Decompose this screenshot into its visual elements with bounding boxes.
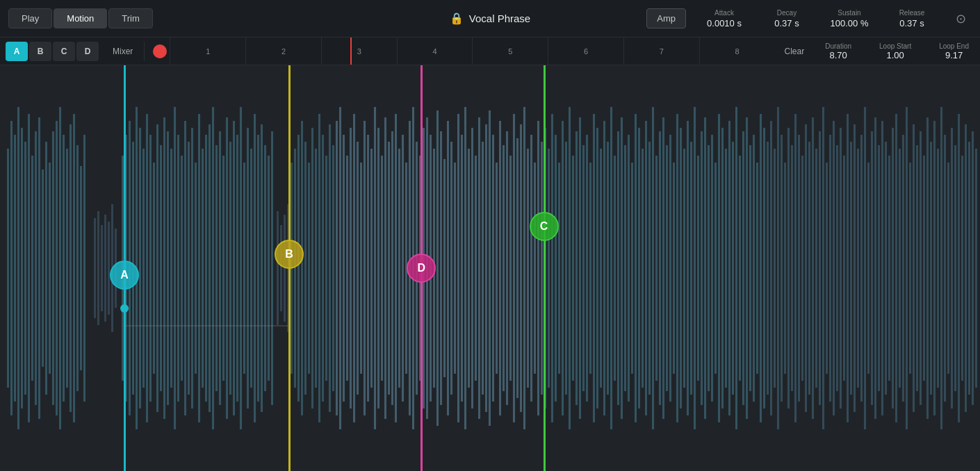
svg-rect-163: [579, 117, 581, 419]
svg-rect-276: [972, 131, 974, 405]
svg-rect-29: [108, 222, 110, 315]
svg-rect-175: [621, 117, 623, 419]
svg-rect-259: [913, 124, 915, 412]
scene-tabs: A B C D: [6, 42, 104, 61]
marker-d[interactable]: D: [407, 254, 436, 283]
svg-rect-89: [322, 135, 324, 402]
scene-tab-c[interactable]: C: [53, 42, 75, 61]
svg-rect-139: [496, 163, 498, 374]
loop-start-label: Loop Start: [879, 42, 911, 50]
svg-rect-42: [156, 124, 158, 412]
svg-rect-44: [163, 117, 165, 419]
svg-rect-77: [280, 225, 282, 311]
svg-rect-270: [951, 128, 953, 408]
sustain-param: Sustain 100.00 %: [825, 9, 874, 28]
marker-b[interactable]: B: [275, 240, 304, 269]
svg-rect-15: [52, 131, 54, 405]
scene-tab-d[interactable]: D: [76, 42, 99, 61]
attack-label: Attack: [714, 9, 734, 17]
svg-rect-158: [562, 121, 564, 415]
svg-rect-134: [478, 117, 480, 419]
loop-end-value[interactable]: 9.17: [945, 50, 963, 60]
svg-rect-28: [104, 215, 106, 322]
ruler-tick-8: 8: [699, 38, 775, 65]
svg-rect-242: [854, 124, 856, 412]
svg-rect-144: [513, 114, 515, 422]
svg-rect-237: [836, 145, 838, 391]
trim-button[interactable]: Trim: [108, 8, 153, 28]
svg-rect-16: [56, 121, 58, 415]
duration-label: Duration: [825, 42, 851, 50]
decay-param: Decay 0.37 s: [762, 9, 811, 28]
svg-rect-100: [360, 163, 362, 374]
svg-rect-186: [659, 131, 661, 405]
svg-rect-137: [489, 110, 491, 426]
svg-rect-124: [443, 159, 446, 377]
loop-end-group: Loop End 9.17: [939, 42, 969, 60]
play-button[interactable]: Play: [8, 8, 52, 28]
mixer-button[interactable]: Mixer: [104, 43, 141, 60]
lock-icon: 🔒: [450, 12, 464, 25]
svg-rect-167: [593, 114, 595, 422]
svg-rect-138: [492, 135, 494, 402]
svg-rect-251: [885, 142, 887, 395]
svg-rect-260: [916, 145, 918, 391]
ruler-tick-2: 2: [245, 38, 321, 65]
svg-rect-230: [812, 117, 814, 419]
amp-button[interactable]: Amp: [646, 8, 686, 28]
svg-rect-101: [364, 121, 366, 415]
svg-rect-142: [506, 131, 508, 405]
loop-start-value[interactable]: 1.00: [886, 50, 904, 60]
svg-rect-151: [537, 121, 539, 415]
svg-rect-125: [447, 121, 449, 415]
duration-value[interactable]: 8.70: [829, 50, 847, 60]
attack-value[interactable]: 0.0010 s: [707, 18, 742, 28]
scene-tab-b[interactable]: B: [29, 42, 51, 61]
scene-tab-a[interactable]: A: [6, 42, 28, 61]
more-options-button[interactable]: ⊙: [950, 8, 972, 29]
svg-rect-112: [402, 135, 404, 402]
record-button[interactable]: [153, 44, 167, 58]
svg-rect-193: [683, 149, 685, 388]
svg-rect-143: [509, 156, 512, 381]
svg-rect-245: [864, 107, 866, 429]
svg-rect-109: [391, 131, 393, 405]
svg-rect-166: [589, 163, 591, 374]
release-label: Release: [899, 9, 925, 17]
motion-button[interactable]: Motion: [54, 8, 107, 28]
release-value[interactable]: 0.37 s: [899, 18, 924, 28]
svg-rect-22: [76, 145, 79, 391]
svg-rect-105: [377, 128, 379, 408]
svg-rect-148: [527, 149, 529, 388]
sustain-value[interactable]: 100.00 %: [831, 18, 869, 28]
release-param: Release 0.37 s: [888, 9, 936, 28]
svg-rect-66: [240, 107, 242, 429]
svg-rect-9: [31, 156, 33, 381]
svg-rect-218: [770, 121, 772, 415]
svg-rect-87: [315, 149, 317, 388]
clear-button[interactable]: Clear: [775, 43, 815, 60]
svg-rect-223: [787, 128, 790, 408]
svg-rect-81: [294, 149, 296, 388]
svg-rect-213: [753, 135, 755, 402]
marker-c[interactable]: C: [530, 212, 559, 241]
svg-rect-181: [642, 149, 644, 388]
svg-rect-164: [582, 145, 585, 391]
svg-rect-199: [704, 117, 706, 419]
svg-rect-122: [436, 110, 439, 426]
marker-a[interactable]: A: [110, 261, 139, 290]
svg-rect-62: [226, 117, 228, 419]
svg-rect-76: [277, 211, 279, 325]
svg-rect-262: [923, 156, 925, 381]
svg-rect-2: [7, 149, 9, 388]
decay-value[interactable]: 0.37 s: [774, 18, 799, 28]
svg-rect-10: [35, 131, 37, 405]
svg-rect-168: [596, 128, 598, 408]
svg-rect-209: [739, 156, 741, 381]
svg-rect-208: [735, 107, 737, 429]
loop-start-group: Loop Start 1.00: [879, 42, 911, 60]
svg-rect-99: [357, 142, 359, 395]
svg-rect-194: [687, 121, 689, 415]
svg-rect-244: [860, 135, 863, 402]
waveform-svg: [0, 65, 980, 471]
